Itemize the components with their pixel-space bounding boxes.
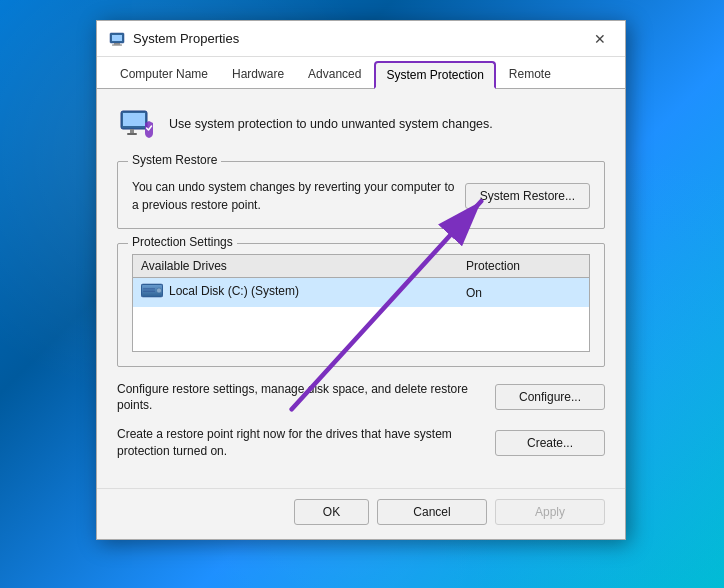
- close-button[interactable]: ✕: [587, 28, 613, 50]
- drive-icon-cell: Local Disk (C:) (System): [141, 283, 299, 299]
- title-bar: System Properties ✕: [97, 21, 625, 57]
- svg-rect-3: [112, 44, 122, 45]
- title-bar-left: System Properties: [109, 31, 239, 47]
- system-restore-button[interactable]: System Restore...: [465, 183, 590, 209]
- tab-remote[interactable]: Remote: [498, 60, 562, 88]
- system-restore-label: System Restore: [128, 153, 221, 167]
- apply-button[interactable]: Apply: [495, 499, 605, 525]
- svg-rect-5: [123, 113, 145, 126]
- configure-description: Configure restore settings, manage disk …: [117, 381, 485, 415]
- create-row: Create a restore point right now for the…: [117, 426, 605, 460]
- header-section: Use system protection to undo unwanted s…: [117, 105, 605, 145]
- svg-rect-7: [127, 133, 137, 135]
- tab-computer-name[interactable]: Computer Name: [109, 60, 219, 88]
- col-header-protection: Protection: [458, 255, 590, 278]
- protection-icon: [117, 105, 157, 145]
- table-row-empty-1: [133, 307, 590, 329]
- drive-name-cell: Local Disk (C:) (System): [133, 278, 458, 308]
- create-button[interactable]: Create...: [495, 430, 605, 456]
- svg-rect-2: [114, 43, 120, 45]
- dialog-title: System Properties: [133, 31, 239, 46]
- dialog-icon: [109, 31, 125, 47]
- tab-advanced[interactable]: Advanced: [297, 60, 372, 88]
- system-restore-group: System Restore You can undo system chang…: [117, 161, 605, 229]
- tab-system-protection[interactable]: System Protection: [374, 61, 495, 89]
- table-row[interactable]: Local Disk (C:) (System) On: [133, 278, 590, 308]
- protection-settings-group: Protection Settings Available Drives Pro…: [117, 243, 605, 367]
- dialog-footer: OK Cancel Apply: [97, 488, 625, 539]
- svg-point-10: [157, 288, 162, 293]
- tab-content: Use system protection to undo unwanted s…: [97, 89, 625, 488]
- col-header-drives: Available Drives: [133, 255, 458, 278]
- drives-table: Available Drives Protection: [132, 254, 590, 352]
- svg-rect-11: [143, 288, 155, 290]
- hdd-icon: [141, 283, 163, 299]
- svg-rect-6: [130, 129, 134, 133]
- svg-rect-12: [143, 291, 155, 293]
- restore-section: You can undo system changes by reverting…: [132, 172, 590, 214]
- cancel-button[interactable]: Cancel: [377, 499, 487, 525]
- restore-description: You can undo system changes by reverting…: [132, 178, 455, 214]
- protection-settings-label: Protection Settings: [128, 235, 237, 249]
- drive-name: Local Disk (C:) (System): [169, 284, 299, 298]
- table-row-empty-2: [133, 329, 590, 351]
- ok-button[interactable]: OK: [294, 499, 369, 525]
- protection-status-cell: On: [458, 278, 590, 308]
- tab-hardware[interactable]: Hardware: [221, 60, 295, 88]
- svg-rect-1: [112, 35, 122, 41]
- configure-row: Configure restore settings, manage disk …: [117, 381, 605, 415]
- header-description: Use system protection to undo unwanted s…: [169, 116, 493, 134]
- system-properties-dialog: System Properties ✕ Computer Name Hardwa…: [96, 20, 626, 540]
- tab-bar: Computer Name Hardware Advanced System P…: [97, 57, 625, 89]
- configure-button[interactable]: Configure...: [495, 384, 605, 410]
- create-description: Create a restore point right now for the…: [117, 426, 485, 460]
